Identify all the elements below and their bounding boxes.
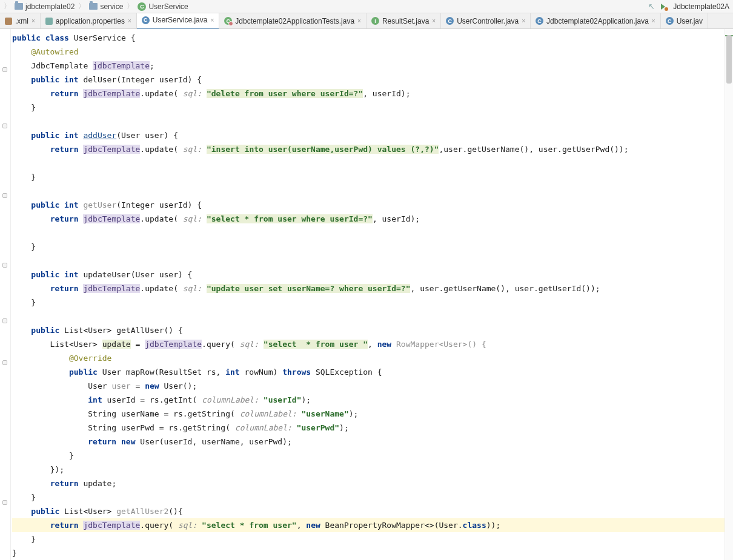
fold-marker-icon[interactable] xyxy=(2,263,7,268)
code-token: jdbcTemplate xyxy=(83,521,140,530)
code-token: columnLabel: xyxy=(235,423,292,432)
close-icon[interactable]: × xyxy=(210,17,214,24)
code-token xyxy=(202,89,207,98)
breadcrumb-bar: 〉 jdbctemplate02 〉 service 〉 C UserServi… xyxy=(0,0,733,13)
code-token: "select * from user " xyxy=(264,340,368,349)
code-token: )); xyxy=(486,521,500,530)
code-token: "delete from user where userId=?" xyxy=(207,89,363,98)
code-token: ); xyxy=(301,395,311,404)
run-config-icon[interactable] xyxy=(660,2,668,11)
code-token xyxy=(12,284,50,293)
code-token: public xyxy=(12,33,41,42)
close-icon[interactable]: × xyxy=(357,18,361,24)
code-token: .update( xyxy=(140,145,182,154)
tab-userservice[interactable]: C UserService.java × xyxy=(137,13,220,29)
code-token: SQLException { xyxy=(311,367,382,377)
code-token xyxy=(12,395,88,404)
code-token xyxy=(12,89,50,98)
breadcrumb-label: UserService xyxy=(148,2,188,11)
code-token: return xyxy=(50,89,79,98)
code-token: .update( xyxy=(140,89,182,98)
gutter[interactable] xyxy=(0,29,11,560)
tab-application[interactable]: C Jdbctemplate02Application.java × xyxy=(531,13,661,28)
code-token: return xyxy=(50,284,79,293)
xml-file-icon xyxy=(5,18,12,25)
fold-marker-icon[interactable] xyxy=(2,360,7,365)
scrollbar[interactable] xyxy=(725,29,733,560)
code-token xyxy=(12,326,31,335)
fold-marker-icon[interactable] xyxy=(2,318,7,323)
fold-marker-icon[interactable] xyxy=(2,124,7,128)
code-token: int xyxy=(88,395,102,404)
code-token: return xyxy=(50,214,79,223)
tab-properties[interactable]: application.properties × xyxy=(41,13,137,28)
code-token: new xyxy=(145,381,159,390)
breadcrumb: 〉 jdbctemplate02 〉 service 〉 C UserServi… xyxy=(2,1,648,12)
code-token xyxy=(12,270,31,279)
fold-marker-icon[interactable] xyxy=(2,193,7,198)
properties-file-icon xyxy=(45,18,53,25)
java-class-icon: C xyxy=(446,17,454,25)
code-token: "userId" xyxy=(264,395,302,404)
run-config-label[interactable]: Jdbctemplate02A xyxy=(673,2,729,11)
code-token: @Autowired xyxy=(31,47,78,56)
tab-resultset[interactable]: I ResultSet.java × xyxy=(366,13,441,28)
search-icon[interactable]: ↖ xyxy=(648,2,655,11)
breadcrumb-item[interactable]: jdbctemplate02 xyxy=(15,2,75,11)
code-token: "select * from user" xyxy=(202,521,297,530)
code-token: , xyxy=(368,340,377,349)
code-token: jdbcTemplate xyxy=(83,284,140,293)
code-token: int xyxy=(225,367,239,377)
code-token xyxy=(202,214,207,223)
tab-user[interactable]: C User.jav xyxy=(661,13,708,28)
chevron-right-icon: 〉 xyxy=(78,1,85,12)
breadcrumb-item[interactable]: C UserService xyxy=(138,2,188,11)
code-token: getAllUser2 xyxy=(116,507,168,516)
code-token: delUser(Integer userId) { xyxy=(79,75,202,84)
breadcrumb-item[interactable]: service xyxy=(89,2,123,11)
tab-label: ResultSet.java xyxy=(382,17,429,25)
code-token: .update( xyxy=(140,284,182,293)
code-token: } xyxy=(12,103,36,112)
code-token xyxy=(259,395,264,404)
close-icon[interactable]: × xyxy=(32,18,35,24)
code-token: } xyxy=(12,298,36,307)
close-icon[interactable]: × xyxy=(652,18,655,24)
code-token: String userPwd = rs.getString( xyxy=(12,423,235,432)
close-icon[interactable]: × xyxy=(128,18,131,24)
fold-marker-icon[interactable] xyxy=(2,67,7,72)
code-token: } xyxy=(12,535,36,544)
code-token: sql: xyxy=(178,521,197,530)
code-token: JdbcTemplate xyxy=(12,61,93,70)
tab-tests[interactable]: C Jdbctemplate02ApplicationTests.java × xyxy=(219,13,366,28)
tab-xml[interactable]: .xml × xyxy=(0,13,41,28)
code-token: = xyxy=(131,340,145,349)
code-token: sql: xyxy=(240,340,259,349)
tab-label: Jdbctemplate02ApplicationTests.java xyxy=(235,17,354,25)
code-token: columnLabel: xyxy=(240,409,297,418)
code-token: User(); xyxy=(159,381,197,390)
code-token: jdbcTemplate xyxy=(83,145,140,154)
close-icon[interactable]: × xyxy=(522,18,525,24)
code-token: return new xyxy=(88,437,135,446)
current-line: return jdbcTemplate.query( sql: "select … xyxy=(12,518,725,532)
code-token xyxy=(12,131,31,140)
code-token: sql: xyxy=(183,284,202,293)
code-token: List<User> getAllUser() { xyxy=(59,326,183,335)
fold-marker-icon[interactable] xyxy=(2,500,7,505)
toolbar-right: ↖ Jdbctemplate02A xyxy=(648,2,733,11)
code-token: sql: xyxy=(183,214,202,223)
tab-label: UserService.java xyxy=(153,16,208,24)
code-token: (Integer userId) { xyxy=(116,200,202,209)
java-interface-icon: I xyxy=(371,17,379,25)
code-token: List<User> xyxy=(12,340,102,349)
code-token: "select * from user where userId=?" xyxy=(207,214,373,223)
scrollbar-thumb[interactable] xyxy=(726,35,732,84)
code-token: public xyxy=(31,507,59,516)
code-token xyxy=(12,367,69,377)
close-icon[interactable]: × xyxy=(432,18,436,24)
java-class-icon: C xyxy=(666,17,674,25)
tab-usercontroller[interactable]: C UserController.java × xyxy=(441,13,531,28)
code-token: sql: xyxy=(183,89,202,98)
code-editor[interactable]: public class UserService { @Autowired Jd… xyxy=(11,29,725,560)
